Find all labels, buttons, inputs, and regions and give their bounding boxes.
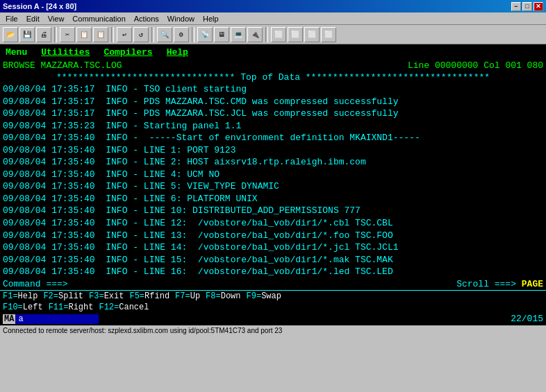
tb-terminal[interactable]: 🖥 xyxy=(214,27,229,42)
app-menu-compilers[interactable]: Compilers xyxy=(104,47,152,58)
fkey-item[interactable]: F8=Down xyxy=(206,291,240,301)
log-line: 09/08/04 17:35:17 INFO - PDS MAZZARA.TSC… xyxy=(3,108,543,120)
log-line: 09/08/04 17:35:40 INFO - LINE 6: PLATFOR… xyxy=(3,193,543,205)
app-menu-menu[interactable]: Menu xyxy=(6,47,27,58)
tb-sep2 xyxy=(111,27,114,42)
fkey-item[interactable]: F1=Help xyxy=(3,291,38,301)
fkey-row1: F1=HelpF2=SplitF3=ExitF5=RfindF7=UpF8=Do… xyxy=(0,291,546,302)
windows-menubar: File Edit View Communication Actions Win… xyxy=(0,12,546,25)
fkey-item[interactable]: F11=Right xyxy=(49,302,94,312)
fkey-item[interactable]: F10=Left xyxy=(3,302,43,312)
log-line: 09/08/04 17:35:40 INFO - LINE 2: HOST ai… xyxy=(3,156,543,169)
tb-paste[interactable]: 📋 xyxy=(93,27,108,42)
log-line: 09/08/04 17:35:17 INFO - TSO client star… xyxy=(3,83,543,96)
tb-connect[interactable]: 📡 xyxy=(197,27,213,42)
log-line: 09/08/04 17:35:40 INFO - LINE 15: /vobst… xyxy=(3,254,543,266)
tb-b1[interactable]: ⬜ xyxy=(271,27,286,42)
tb-copy[interactable]: 📋 xyxy=(76,27,92,42)
scroll-label: Scroll ===> PAGE xyxy=(456,279,543,289)
window-controls: − □ ✕ xyxy=(511,2,543,11)
menu-help[interactable]: Help xyxy=(199,13,223,24)
tb-undo[interactable]: ↩ xyxy=(117,27,132,42)
tb-b3[interactable]: ⬜ xyxy=(304,27,320,42)
tb-cut[interactable]: ✂ xyxy=(60,27,75,42)
tb-settings[interactable]: ⚙ xyxy=(174,27,189,42)
browse-right: Line 00000000 Col 001 080 xyxy=(408,60,543,71)
tb-print[interactable]: 🖨 xyxy=(36,27,51,42)
log-line: 09/08/04 17:35:40 INFO - LINE 5: VIEW_TY… xyxy=(3,180,543,193)
page-label: PAGE xyxy=(522,279,543,289)
tb-sep3 xyxy=(151,27,154,42)
title-bar: Session A - [24 x 80] − □ ✕ xyxy=(0,0,546,12)
app-menu-help[interactable]: Help xyxy=(167,47,188,58)
menu-actions[interactable]: Actions xyxy=(130,13,163,24)
input-line: MA a 22/015 xyxy=(0,313,546,325)
fkey-item[interactable]: F2=Split xyxy=(43,291,83,301)
log-line: 09/08/04 17:35:40 INFO - LINE 14: /vobst… xyxy=(3,241,543,254)
browse-header: BROWSE MAZZARA.TSC.LOG Line 00000000 Col… xyxy=(0,60,546,71)
command-input[interactable] xyxy=(68,279,332,289)
toolbar: 📂 💾 🖨 ✂ 📋 📋 ↩ ↺ 🔍 ⚙ 📡 🖥 💻 🔌 ⬜ ⬜ ⬜ ⬜ xyxy=(0,25,546,44)
command-label: Command ===> xyxy=(3,279,68,289)
app-menubar: Menu Utilities Compilers Help xyxy=(0,44,546,60)
fkey-item[interactable]: F12=Cancel xyxy=(99,302,149,312)
menu-edit[interactable]: Edit xyxy=(22,13,44,24)
tb-sep1 xyxy=(54,27,57,42)
log-line: 09/08/04 17:35:40 INFO - LINE 16: /vobst… xyxy=(3,266,543,278)
fkey-item[interactable]: F7=Up xyxy=(175,291,200,301)
tb-b2[interactable]: ⬜ xyxy=(288,27,303,42)
fkey-item[interactable]: F9=Swap xyxy=(247,291,281,301)
maximize-button[interactable]: □ xyxy=(522,2,532,11)
fkey-row2: F10=LeftF11=RightF12=Cancel xyxy=(0,302,546,313)
log-line: 09/08/04 17:35:40 INFO - -----Start of e… xyxy=(3,132,543,144)
minimize-button[interactable]: − xyxy=(511,2,521,11)
fkey-item[interactable]: F5=Rfind xyxy=(129,291,169,301)
log-line: 09/08/04 17:35:40 INFO - LINE 4: UCM NO xyxy=(3,169,543,181)
status-bar: Connected to remote server/host: szplexd… xyxy=(0,325,546,336)
status-text: Connected to remote server/host: szplexd… xyxy=(3,327,282,334)
browse-left: BROWSE MAZZARA.TSC.LOG xyxy=(3,60,122,71)
input-right: 22/015 xyxy=(511,314,543,324)
menu-view[interactable]: View xyxy=(44,13,69,24)
app-menu-utilities[interactable]: Utilities xyxy=(41,47,90,58)
tb-save[interactable]: 💾 xyxy=(19,27,35,42)
input-field[interactable]: a xyxy=(15,314,99,324)
log-line: 09/08/04 17:35:23 INFO - Starting panel … xyxy=(3,120,543,133)
log-line: 09/08/04 17:35:40 INFO - LINE 12: /vobst… xyxy=(3,217,543,230)
log-area: 09/08/04 17:35:17 INFO - TSO client star… xyxy=(0,83,546,278)
tb-redo[interactable]: ↺ xyxy=(133,27,149,42)
tb-computer[interactable]: 💻 xyxy=(231,27,246,42)
terminal[interactable]: Menu Utilities Compilers Help BROWSE MAZ… xyxy=(0,44,546,325)
menu-window[interactable]: Window xyxy=(163,13,199,24)
menu-communication[interactable]: Communication xyxy=(68,13,129,24)
log-line: 09/08/04 17:35:40 INFO - LINE 13: /vobst… xyxy=(3,230,543,242)
command-line: Command ===> Scroll ===> PAGE xyxy=(0,278,546,290)
log-line: 09/08/04 17:35:40 INFO - LINE 1: PORT 91… xyxy=(3,144,543,157)
input-prefix: MA xyxy=(3,314,15,324)
log-line: 09/08/04 17:35:40 INFO - LINE 10: DISTRI… xyxy=(3,205,543,217)
top-of-data: ********************************* Top of… xyxy=(0,71,546,83)
tb-sep5 xyxy=(265,27,268,42)
menu-file[interactable]: File xyxy=(1,13,22,24)
log-line: 09/08/04 17:35:17 INFO - PDS MAZZARA.TSC… xyxy=(3,96,543,108)
fkey-item[interactable]: F3=Exit xyxy=(89,291,124,301)
tb-search[interactable]: 🔍 xyxy=(157,27,172,42)
tb-open[interactable]: 📂 xyxy=(3,27,18,42)
close-button[interactable]: ✕ xyxy=(533,2,543,11)
tb-power[interactable]: 🔌 xyxy=(247,27,263,42)
window-title: Session A - [24 x 80] xyxy=(3,2,76,10)
tb-sep4 xyxy=(192,27,195,42)
tb-b4[interactable]: ⬜ xyxy=(321,27,336,42)
